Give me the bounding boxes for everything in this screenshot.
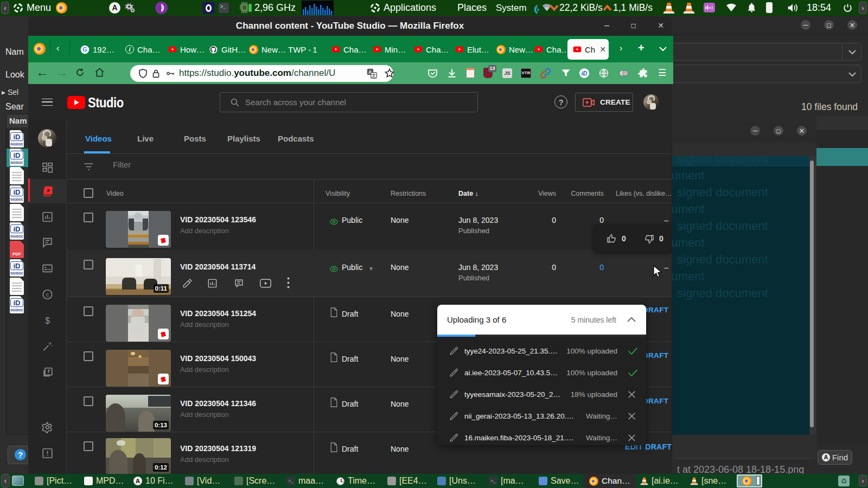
svg-text:c: c (46, 292, 49, 298)
svg-text:文: 文 (371, 73, 376, 78)
svg-text:G: G (82, 46, 87, 53)
svg-text:$: $ (45, 316, 50, 325)
